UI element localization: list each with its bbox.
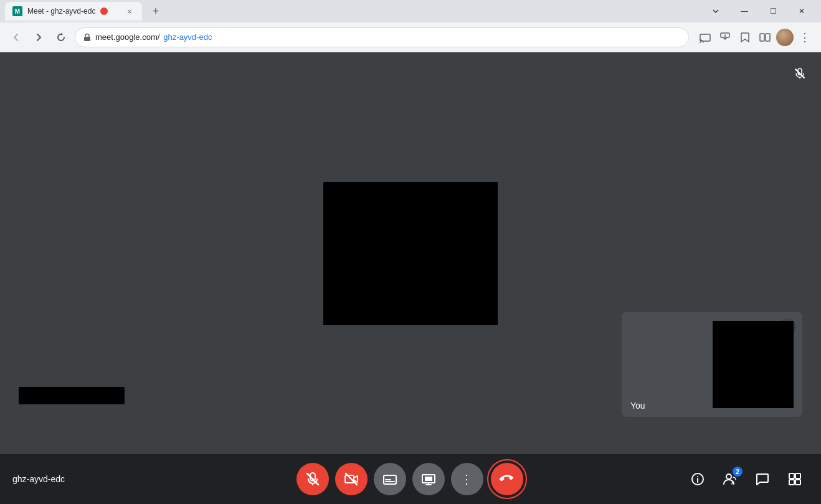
controls-center: ⋮ xyxy=(297,462,524,497)
url-domain: meet.google.com/ xyxy=(95,32,159,42)
main-participant-video xyxy=(323,182,498,325)
svg-rect-32 xyxy=(795,480,800,485)
forward-button[interactable] xyxy=(30,29,47,46)
info-button[interactable] xyxy=(684,465,711,493)
svg-point-28 xyxy=(726,474,731,479)
more-options-button[interactable]: ⋮ xyxy=(451,463,483,495)
self-view-tile[interactable]: You xyxy=(622,312,802,417)
bookmark-button[interactable] xyxy=(736,29,754,46)
tab-close-button[interactable]: × xyxy=(125,6,135,16)
meeting-code-label: ghz-ayvd-edc xyxy=(12,474,65,484)
svg-rect-6 xyxy=(766,34,770,41)
reader-mode-icon xyxy=(759,32,771,43)
profile-avatar[interactable] xyxy=(776,29,794,46)
self-view-label: You xyxy=(630,401,645,411)
svg-rect-2 xyxy=(84,37,90,41)
svg-rect-31 xyxy=(789,480,794,485)
svg-rect-5 xyxy=(760,34,764,41)
main-video-area: You xyxy=(0,52,821,454)
browser-frame: M Meet - ghz-ayvd-edc × + — ☐ ✕ xyxy=(0,0,821,504)
new-tab-button[interactable]: + xyxy=(147,2,164,20)
participants-badge: 2 xyxy=(733,467,743,477)
svg-rect-22 xyxy=(425,477,432,481)
minimize-button[interactable]: — xyxy=(730,0,759,22)
present-button[interactable] xyxy=(412,463,445,495)
activities-icon xyxy=(788,472,802,486)
right-controls: 2 xyxy=(684,465,809,493)
forward-icon xyxy=(34,32,44,42)
captions-icon xyxy=(383,472,397,486)
microphone-toggle-button[interactable] xyxy=(297,463,329,495)
svg-point-27 xyxy=(697,476,698,477)
bookmark-icon xyxy=(739,32,751,43)
tab-title: Meet - ghz-ayvd-edc xyxy=(27,7,95,16)
svg-text:M: M xyxy=(15,8,20,15)
cast-button[interactable] xyxy=(696,29,714,46)
chat-button[interactable] xyxy=(749,465,776,493)
participants-button[interactable]: 2 xyxy=(716,465,744,493)
title-bar: M Meet - ghz-ayvd-edc × + — ☐ ✕ xyxy=(0,0,821,22)
recording-indicator xyxy=(100,7,108,15)
captions-button[interactable] xyxy=(374,463,406,495)
mic-muted-icon xyxy=(794,68,805,79)
chevron-down-icon xyxy=(712,7,719,15)
close-button[interactable]: ✕ xyxy=(787,0,816,22)
svg-rect-29 xyxy=(789,473,794,478)
maximize-button[interactable]: ☐ xyxy=(759,0,787,22)
back-button[interactable] xyxy=(7,29,25,46)
svg-point-4 xyxy=(700,42,701,43)
camera-toggle-button[interactable] xyxy=(335,463,368,495)
end-call-wrapper xyxy=(490,462,524,497)
meet-content: You ghz-ayvd-edc xyxy=(0,52,821,504)
participant-name-label xyxy=(19,387,125,404)
self-video-feed xyxy=(713,321,794,408)
url-bar[interactable]: meet.google.com/ghz-ayvd-edc xyxy=(75,27,689,47)
reload-button[interactable] xyxy=(52,29,70,46)
chrome-menu-button[interactable]: ⋮ xyxy=(796,29,814,46)
share-icon xyxy=(719,32,731,43)
cast-icon xyxy=(700,32,711,43)
browser-actions: ⋮ xyxy=(696,29,814,46)
chat-icon xyxy=(756,472,769,486)
tab-search-button[interactable] xyxy=(701,0,730,22)
bottom-controls-bar: ghz-ayvd-edc xyxy=(0,454,821,504)
reader-mode-button[interactable] xyxy=(756,29,774,46)
info-icon xyxy=(691,472,705,486)
mic-off-icon xyxy=(306,472,320,486)
window-controls: — ☐ ✕ xyxy=(701,0,816,22)
tab-favicon: M xyxy=(12,6,22,16)
activities-button[interactable] xyxy=(781,465,809,493)
url-path: ghz-ayvd-edc xyxy=(163,32,212,42)
share-button[interactable] xyxy=(716,29,734,46)
active-tab[interactable]: M Meet - ghz-ayvd-edc × xyxy=(5,2,142,21)
svg-rect-30 xyxy=(795,473,800,478)
svg-line-9 xyxy=(795,69,804,78)
present-icon xyxy=(422,472,435,486)
address-bar: meet.google.com/ghz-ayvd-edc xyxy=(0,22,821,52)
top-mute-indicator xyxy=(789,62,811,85)
profile-image xyxy=(776,29,794,46)
reload-icon xyxy=(56,32,66,42)
camera-off-icon xyxy=(344,472,358,486)
back-icon xyxy=(11,32,21,42)
lock-icon xyxy=(83,33,92,42)
end-call-border xyxy=(487,459,527,499)
